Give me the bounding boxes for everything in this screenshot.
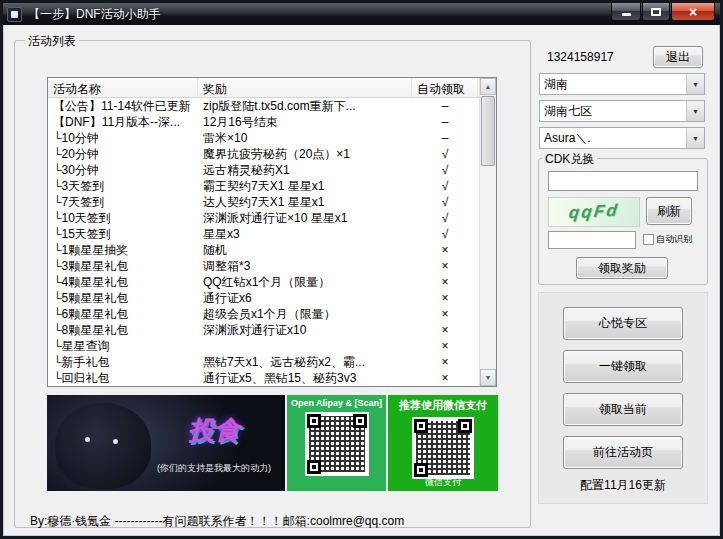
activity-auto-cell: ×	[412, 274, 478, 290]
activity-auto-cell: ×	[412, 354, 478, 370]
header-auto-claim[interactable]: 自动领取	[412, 78, 478, 97]
activity-reward-cell: 随机	[198, 242, 412, 258]
table-row[interactable]: └7天签到 达人契约7天X1 星星x1 √	[48, 194, 496, 210]
window-title: 【一步】DNF活动小助手	[28, 6, 161, 23]
activities-table: 活动名称 奖励 自动领取 【公告】11-14软件已更新 zip版登陆t.tx5d…	[47, 77, 497, 387]
alipay-banner: Open Alipay & [Scan]	[287, 395, 386, 491]
table-row[interactable]: 【公告】11-14软件已更新 zip版登陆t.tx5d.com重新下... –	[48, 98, 496, 114]
scroll-down-button[interactable]: ▼	[480, 369, 496, 386]
table-row[interactable]: └30分钟 远古精灵秘药X1 √	[48, 162, 496, 178]
table-body: 【公告】11-14软件已更新 zip版登陆t.tx5d.com重新下... – …	[48, 98, 496, 386]
alipay-banner-header: Open Alipay & [Scan]	[287, 395, 386, 408]
activity-auto-cell: ×	[412, 242, 478, 258]
table-row[interactable]: └3颗星星礼包 调整箱*3 ×	[48, 258, 496, 274]
wechat-banner-footer: 微信支付	[388, 476, 498, 489]
wechat-banner: 推荐使用微信支付 微信支付	[388, 395, 498, 491]
table-row[interactable]: └15天签到 星星x3 √	[48, 226, 496, 242]
chevron-down-icon[interactable]: ▼	[686, 101, 704, 121]
activity-name-cell: └4颗星星礼包	[48, 274, 198, 290]
support-banner: 投食 (你们的支持是我最大的动力)	[47, 395, 285, 491]
activity-auto-cell: ×	[412, 370, 478, 386]
captcha-text: qqFd	[568, 201, 620, 224]
activity-auto-cell: √	[412, 210, 478, 226]
activity-name-cell: └15天签到	[48, 226, 198, 242]
chevron-down-icon[interactable]: ▼	[686, 128, 704, 148]
activity-reward-cell: 远古精灵秘药X1	[198, 162, 412, 178]
status-text: By:穆德·钱氪金 ------------有问题联系作者！！！邮箱:coolm…	[30, 513, 404, 530]
table-row[interactable]: └1颗星星抽奖 随机 ×	[48, 242, 496, 258]
activity-auto-cell: √	[412, 226, 478, 242]
activity-name-cell: └3天签到	[48, 178, 198, 194]
table-row[interactable]: └新手礼包 黑钻7天x1、远古秘药x2、霸... ×	[48, 354, 496, 370]
activity-name-cell: └5颗星星礼包	[48, 290, 198, 306]
activity-name-cell: └回归礼包	[48, 370, 198, 386]
table-row[interactable]: └星星查询 ×	[48, 338, 496, 354]
table-row[interactable]: └3天签到 霸王契约7天X1 星星x1 √	[48, 178, 496, 194]
activity-name-cell: └8颗星星礼包	[48, 322, 198, 338]
auto-recognize-checkbox[interactable]	[643, 234, 654, 245]
close-icon: ×	[689, 5, 697, 19]
table-row[interactable]: └10分钟 雷米×10 –	[48, 130, 496, 146]
table-row[interactable]: └5颗星星礼包 通行证x6 ×	[48, 290, 496, 306]
activity-name-cell: └新手礼包	[48, 354, 198, 370]
region-select[interactable]: 湖南 ▼	[539, 73, 705, 95]
activity-auto-cell: ×	[412, 338, 478, 354]
app-icon	[7, 7, 22, 22]
table-row[interactable]: └20分钟 魔界抗疲劳秘药（20点）×1 √	[48, 146, 496, 162]
table-row[interactable]: 【DNF】11月版本--深... 12月16号结束 –	[48, 114, 496, 130]
activity-reward-cell: 雷米×10	[198, 130, 412, 146]
activity-name-cell: └7天签到	[48, 194, 198, 210]
chevron-down-icon[interactable]: ▼	[686, 74, 704, 94]
table-row[interactable]: └4颗星星礼包 QQ红钻x1个月（限量） ×	[48, 274, 496, 290]
claim-current-button[interactable]: 领取当前	[563, 393, 683, 426]
activity-name-cell: └6颗星星礼包	[48, 306, 198, 322]
vertical-scrollbar[interactable]: ▲ ▼	[479, 78, 496, 386]
table-row[interactable]: └8颗星星礼包 深渊派对通行证x10 ×	[48, 322, 496, 338]
xinyue-zone-button[interactable]: 心悦专区	[563, 307, 683, 340]
activity-auto-cell: √	[412, 146, 478, 162]
activity-name-cell: 【DNF】11月版本--深...	[48, 114, 198, 130]
goto-activity-page-button[interactable]: 前往活动页	[563, 436, 683, 469]
activity-reward-cell: zip版登陆t.tx5d.com重新下...	[198, 98, 412, 114]
maximize-button[interactable]	[642, 3, 670, 21]
cdk-input[interactable]	[548, 171, 698, 191]
minimize-button[interactable]	[611, 3, 641, 21]
scroll-up-button[interactable]: ▲	[480, 78, 496, 95]
activity-auto-cell: –	[412, 130, 478, 146]
table-row[interactable]: └回归礼包 通行证x5、黑钻15、秘药3v3 ×	[48, 370, 496, 386]
activity-reward-cell: 通行证x6	[198, 290, 412, 306]
wechat-banner-header: 推荐使用微信支付	[388, 395, 498, 413]
character-select[interactable]: Asura＼. ▼	[539, 127, 705, 149]
header-reward[interactable]: 奖励	[198, 78, 412, 97]
table-row[interactable]: └10天签到 深渊派对通行证×10 星星x1 √	[48, 210, 496, 226]
alipay-qr-code	[305, 412, 369, 476]
server-select[interactable]: 湖南七区 ▼	[539, 100, 705, 122]
activity-reward-cell: 深渊派对通行证x10	[198, 322, 412, 338]
one-key-claim-button[interactable]: 一键领取	[563, 350, 683, 383]
activity-auto-cell: √	[412, 194, 478, 210]
activity-auto-cell: ×	[412, 258, 478, 274]
exit-button[interactable]: 退出	[653, 46, 703, 68]
activity-reward-cell: QQ红钻x1个月（限量）	[198, 274, 412, 290]
activity-name-cell: 【公告】11-14软件已更新	[48, 98, 198, 114]
activity-auto-cell: ×	[412, 306, 478, 322]
activity-name-cell: └10分钟	[48, 130, 198, 146]
activity-name-cell: └20分钟	[48, 146, 198, 162]
config-note: 配置11月16更新	[548, 477, 698, 494]
activity-auto-cell: √	[412, 162, 478, 178]
captcha-input[interactable]	[548, 231, 636, 249]
claim-reward-button[interactable]: 领取奖励	[576, 257, 668, 279]
activity-reward-cell: 霸王契约7天X1 星星x1	[198, 178, 412, 194]
table-row[interactable]: └6颗星星礼包 超级会员x1个月（限量） ×	[48, 306, 496, 322]
scroll-thumb[interactable]	[481, 96, 495, 166]
activity-reward-cell	[198, 338, 412, 354]
mascot-image	[55, 403, 151, 489]
support-banner-subtitle: (你们的支持是我最大的动力)	[149, 462, 279, 475]
activity-auto-cell: –	[412, 114, 478, 130]
activity-reward-cell: 魔界抗疲劳秘药（20点）×1	[198, 146, 412, 162]
header-activity-name[interactable]: 活动名称	[48, 78, 198, 97]
refresh-captcha-button[interactable]: 刷新	[646, 197, 692, 225]
activity-auto-cell: –	[412, 98, 478, 114]
activity-reward-cell: 黑钻7天x1、远古秘药x2、霸...	[198, 354, 412, 370]
close-button[interactable]: ×	[671, 3, 715, 21]
